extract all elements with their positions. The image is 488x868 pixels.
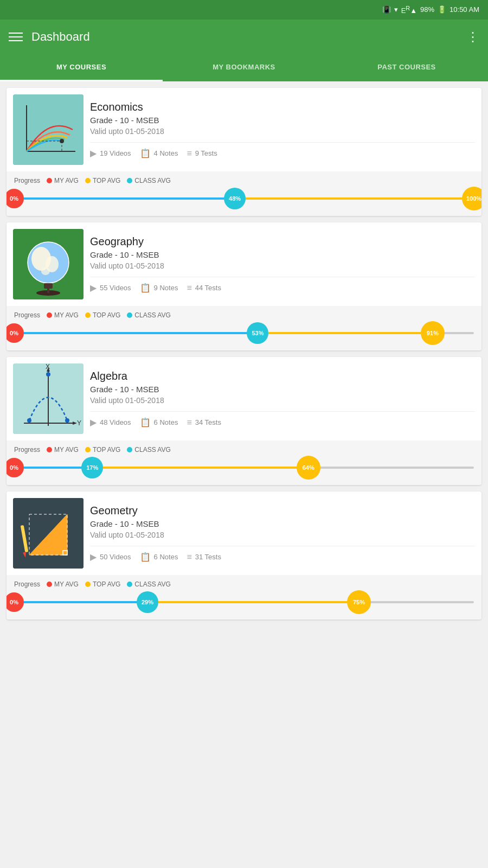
progress-legend-geometry: Progress MY AVG TOP AVG CLASS AVG (14, 580, 474, 588)
bubble-my-algebra: 17% (81, 457, 103, 478)
bubble-start-algebra: 0% (7, 458, 24, 477)
course-valid-geography: Valid upto 01-05-2018 (90, 261, 475, 270)
bubble-top-geography: 91% (421, 321, 445, 345)
svg-rect-0 (13, 94, 84, 165)
course-top: Economics Grade - 10 - MSEB Valid upto 0… (7, 88, 481, 171)
course-info-economics: Economics Grade - 10 - MSEB Valid upto 0… (90, 94, 475, 165)
svg-point-10 (41, 267, 50, 275)
course-thumbnail-geography (13, 229, 84, 299)
bubble-top-economics: 100% (462, 187, 481, 210)
bubble-start-economics: 0% (7, 189, 24, 208)
course-grade-geography: Grade - 10 - MSEB (90, 250, 475, 259)
course-card-algebra[interactable]: Y X Algebra Grade - 10 - MSEB Valid upto… (7, 357, 481, 485)
bubble-my-geometry: 29% (137, 591, 158, 613)
course-thumbnail-economics (13, 94, 84, 165)
course-card-economics[interactable]: Economics Grade - 10 - MSEB Valid upto 0… (7, 88, 481, 216)
course-grade-economics: Grade - 10 - MSEB (90, 116, 475, 125)
stat-tests-geography: ≡ 44 Tests (187, 283, 221, 293)
svg-point-23 (46, 372, 50, 376)
course-thumbnail-algebra: Y X (13, 363, 84, 434)
course-top: Y X Algebra Grade - 10 - MSEB Valid upto… (7, 357, 481, 441)
status-bar: 📳 ▾ ER▲ 98% 🔋 10:50 AM (0, 0, 488, 20)
tests-icon: ≡ (187, 418, 191, 427)
course-top: Geometry Grade - 10 - MSEB Valid upto 01… (7, 492, 481, 575)
tests-icon: ≡ (187, 552, 191, 562)
bubble-top-geometry: 75% (347, 590, 371, 614)
course-stats-algebra: ▶ 48 Videos 📋 6 Notes ≡ 34 Tests (90, 411, 475, 427)
stat-notes-economics: 📋 4 Notes (140, 148, 178, 158)
progress-track-economics: 0% 48% 100% (14, 190, 474, 207)
stat-tests-geometry: ≡ 31 Tests (187, 552, 221, 562)
course-title-economics: Economics (90, 101, 475, 113)
course-title-geography: Geography (90, 235, 475, 248)
video-icon: ▶ (90, 283, 97, 293)
course-grade-algebra: Grade - 10 - MSEB (90, 385, 475, 394)
progress-legend-economics: Progress MY AVG TOP AVG CLASS AVG (14, 177, 474, 184)
vibrate-icon: 📳 (382, 5, 391, 14)
wifi-icon: ▾ (394, 5, 398, 14)
bubble-top-algebra: 64% (297, 456, 320, 480)
stat-notes-geography: 📋 9 Notes (140, 283, 178, 293)
course-title-geometry: Geometry (90, 505, 475, 517)
svg-point-21 (27, 418, 31, 423)
battery-percentage: 98% (420, 5, 434, 14)
stat-videos-algebra: ▶ 48 Videos (90, 417, 131, 427)
more-options-button[interactable]: ⋮ (466, 29, 479, 44)
progress-section-algebra: Progress MY AVG TOP AVG CLASS AVG 0% 17%… (7, 441, 481, 485)
stat-videos-geometry: ▶ 50 Videos (90, 552, 131, 562)
course-card-geography[interactable]: Geography Grade - 10 - MSEB Valid upto 0… (7, 222, 481, 350)
notes-icon: 📋 (140, 148, 151, 158)
bubble-my-geography: 53% (247, 322, 268, 344)
stat-videos-geography: ▶ 55 Videos (90, 283, 131, 293)
progress-section-economics: Progress MY AVG TOP AVG CLASS AVG 0% 48%… (7, 171, 481, 216)
course-info-geography: Geography Grade - 10 - MSEB Valid upto 0… (90, 229, 475, 299)
svg-text:Y: Y (77, 419, 81, 427)
app-bar: Dashboard ⋮ (0, 20, 488, 54)
status-icons: 📳 ▾ ER▲ 98% 🔋 10:50 AM (382, 5, 479, 15)
progress-track-geography: 0% 53% 91% (14, 324, 474, 342)
tab-bar: MY COURSES MY BOOKMARKS PAST COURSES (0, 54, 488, 81)
stat-tests-economics: ≡ 9 Tests (187, 148, 217, 158)
course-stats-geometry: ▶ 50 Videos 📋 6 Notes ≡ 31 Tests (90, 546, 475, 562)
course-thumbnail-geometry (13, 498, 84, 569)
stat-notes-geometry: 📋 6 Notes (140, 552, 178, 562)
course-stats-geography: ▶ 55 Videos 📋 9 Notes ≡ 44 Tests (90, 277, 475, 293)
progress-section-geography: Progress MY AVG TOP AVG CLASS AVG 0% 53%… (7, 306, 481, 350)
notes-icon: 📋 (140, 417, 151, 427)
bubble-my-economics: 48% (224, 188, 246, 209)
course-list: Economics Grade - 10 - MSEB Valid upto 0… (0, 81, 488, 626)
hamburger-menu-button[interactable] (9, 33, 23, 41)
progress-section-geometry: Progress MY AVG TOP AVG CLASS AVG 0% 29%… (7, 575, 481, 620)
tests-icon: ≡ (187, 283, 191, 293)
stat-notes-algebra: 📋 6 Notes (140, 417, 178, 427)
tab-past-courses[interactable]: PAST COURSES (325, 54, 488, 80)
time: 10:50 AM (450, 5, 479, 14)
course-top: Geography Grade - 10 - MSEB Valid upto 0… (7, 222, 481, 306)
video-icon: ▶ (90, 148, 97, 158)
stat-videos-economics: ▶ 19 Videos (90, 148, 131, 158)
tab-my-bookmarks[interactable]: MY BOOKMARKS (163, 54, 325, 80)
bubble-start-geometry: 0% (7, 592, 24, 612)
progress-track-algebra: 0% 17% 64% (14, 459, 474, 476)
course-grade-geometry: Grade - 10 - MSEB (90, 519, 475, 528)
app-bar-left: Dashboard (9, 30, 90, 44)
course-card-geometry[interactable]: Geometry Grade - 10 - MSEB Valid upto 01… (7, 492, 481, 620)
course-info-algebra: Algebra Grade - 10 - MSEB Valid upto 01-… (90, 363, 475, 434)
course-stats-economics: ▶ 19 Videos 📋 4 Notes ≡ 9 Tests (90, 142, 475, 158)
course-valid-economics: Valid upto 01-05-2018 (90, 127, 475, 136)
notes-icon: 📋 (140, 552, 151, 562)
notes-icon: 📋 (140, 283, 151, 293)
progress-track-geometry: 0% 29% 75% (14, 593, 474, 611)
video-icon: ▶ (90, 552, 97, 562)
course-valid-algebra: Valid upto 01-05-2018 (90, 396, 475, 405)
battery-icon: 🔋 (438, 5, 446, 14)
course-info-geometry: Geometry Grade - 10 - MSEB Valid upto 01… (90, 498, 475, 569)
tab-my-courses[interactable]: MY COURSES (0, 54, 163, 80)
tests-icon: ≡ (187, 149, 191, 158)
bubble-start-geography: 0% (7, 323, 24, 343)
svg-text:X: X (46, 363, 50, 371)
svg-point-22 (65, 418, 69, 423)
progress-legend-algebra: Progress MY AVG TOP AVG CLASS AVG (14, 446, 474, 454)
course-title-algebra: Algebra (90, 370, 475, 382)
progress-legend-geography: Progress MY AVG TOP AVG CLASS AVG (14, 311, 474, 319)
